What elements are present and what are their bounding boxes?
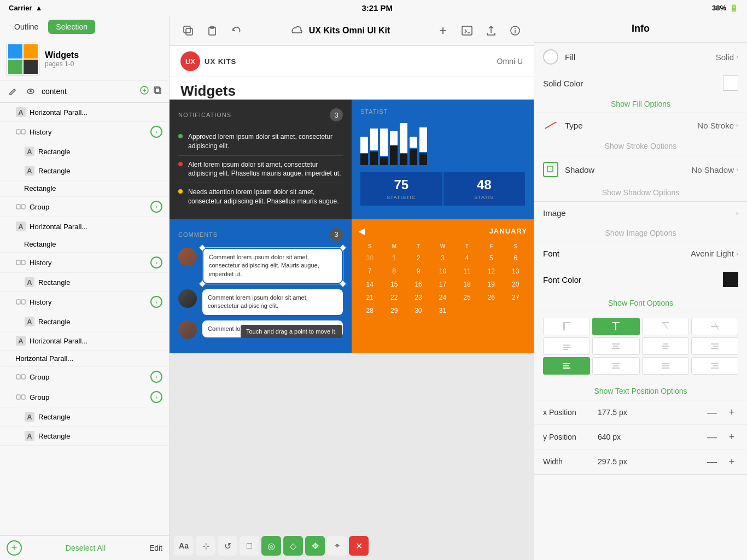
cal-day[interactable]: 10 [431,265,454,277]
cal-day[interactable]: 8 [382,265,405,277]
layer-item[interactable]: Horizontal Parall... [0,351,169,367]
share-icon[interactable] [483,23,499,38]
layer-item[interactable]: Rectangle [0,236,169,253]
cal-day[interactable]: 31 [431,305,454,317]
tg-top-right[interactable] [691,318,738,335]
width-decrement-button[interactable]: — [705,455,719,468]
cal-day[interactable]: 23 [407,291,430,304]
cal-day[interactable]: 12 [480,265,503,277]
solid-color-swatch[interactable] [723,75,738,91]
layer-item[interactable]: A Rectangle [0,312,169,331]
cal-day[interactable]: 19 [480,278,503,290]
tool-move[interactable]: ✥ [305,536,325,556]
duplicate-icon[interactable] [153,85,162,97]
cal-day[interactable]: 30 [358,252,381,264]
x-decrement-button[interactable]: — [705,406,719,419]
add-icon[interactable]: + [435,23,451,38]
layer-item[interactable]: A Rectangle [0,142,169,161]
cal-day[interactable]: 17 [431,278,454,290]
cal-day[interactable]: 26 [480,291,503,304]
expand-arrow[interactable]: › [150,201,162,213]
expand-arrow[interactable]: › [150,371,162,383]
cal-day[interactable]: 22 [382,291,405,304]
tg-bot-left[interactable] [543,357,590,375]
expand-arrow[interactable]: › [150,296,162,308]
cal-day[interactable]: 27 [504,291,527,304]
font-color-swatch[interactable] [723,272,738,287]
y-decrement-button[interactable]: — [705,430,719,444]
tg-bot-justify2[interactable] [642,357,689,375]
layer-item[interactable]: A Rectangle [0,407,169,427]
layer-item[interactable]: A Horizontal Parall... [0,103,169,122]
y-increment-button[interactable]: + [725,430,738,444]
cal-day[interactable]: 13 [504,265,527,277]
cal-day[interactable]: 6 [504,252,527,264]
cal-day[interactable]: 3 [431,252,454,264]
cal-day[interactable]: 2 [407,252,430,264]
tool-diamond[interactable]: ◇ [283,536,303,556]
layer-item[interactable]: A Horizontal Parall... [0,217,169,236]
cal-day[interactable]: 5 [480,252,503,264]
tg-mid-right[interactable] [691,337,738,355]
cal-day[interactable]: 15 [382,278,405,290]
show-text-position-options-link[interactable]: Show Text Position Options [534,382,747,400]
tg-mid-left[interactable] [543,337,590,355]
canvas-content[interactable]: UX UX KITS Omni U Widgets NOTIFICATIONS … [170,46,534,560]
cal-day[interactable]: 29 [382,305,405,317]
expand-arrow[interactable]: › [150,391,162,403]
layer-item[interactable]: Group › [0,367,169,387]
cal-day[interactable]: 30 [407,305,430,317]
width-increment-button[interactable]: + [725,455,738,468]
tool-text[interactable]: Aa [174,536,194,556]
pencil-icon[interactable] [7,85,20,98]
cal-day[interactable]: 18 [456,278,478,290]
cal-day[interactable]: 20 [504,278,527,290]
expand-arrow[interactable]: › [150,126,162,138]
prev-month-arrow[interactable]: ◀ [358,226,365,236]
show-font-options-link[interactable]: Show Font Options [534,294,747,312]
layer-item[interactable]: History › [0,292,169,312]
cal-day[interactable]: 28 [358,305,381,317]
layer-item[interactable]: Group › [0,197,169,217]
tool-anchor[interactable]: ⌖ [327,536,347,556]
cal-day[interactable]: 14 [358,278,381,290]
undo-icon[interactable] [229,23,244,38]
info-icon[interactable] [507,23,523,38]
edit-button[interactable]: Edit [149,544,162,552]
eye-icon[interactable] [24,85,37,98]
cloud-icon[interactable] [289,23,305,38]
cal-day[interactable]: 21 [358,291,381,304]
layer-item[interactable]: A Rectangle [0,161,169,180]
layer-item[interactable]: A Rectangle [0,273,169,292]
tool-rotate[interactable]: ↺ [218,536,237,556]
tg-mid-center[interactable] [592,337,639,355]
expand-arrow[interactable]: › [150,256,162,269]
tg-top-baseline[interactable] [642,318,689,335]
tg-bot-center[interactable] [592,357,639,375]
paste-icon[interactable] [205,23,220,38]
layer-item[interactable]: Rectangle [0,180,169,197]
layer-item[interactable]: Group › [0,387,169,407]
cal-day[interactable]: 11 [456,265,478,277]
cal-day[interactable]: 1 [382,252,405,264]
tool-select[interactable]: ⊹ [196,536,215,556]
layer-item[interactable]: History › [0,253,169,273]
layer-item[interactable]: A Rectangle [0,427,169,446]
tool-target[interactable]: ◎ [261,536,281,556]
cal-day[interactable]: 4 [456,252,478,264]
cal-day[interactable]: 16 [407,278,430,290]
tool-rect[interactable]: □ [240,536,259,556]
layer-item[interactable]: History › [0,122,169,142]
tg-mid-justify[interactable] [642,337,689,355]
terminal-icon[interactable] [459,23,475,38]
tab-selection[interactable]: Selection [48,20,95,34]
deselect-all-button[interactable]: Deselect All [66,544,106,552]
tg-top-left[interactable] [543,318,590,335]
copy-icon[interactable] [180,23,196,38]
tg-bot-right2[interactable] [691,357,738,375]
cal-day[interactable]: 25 [456,291,478,304]
tg-top-center[interactable] [592,318,639,335]
visibility-icon[interactable] [139,85,149,97]
tool-close[interactable]: ✕ [349,536,369,556]
tab-outline[interactable]: Outline [7,20,46,34]
